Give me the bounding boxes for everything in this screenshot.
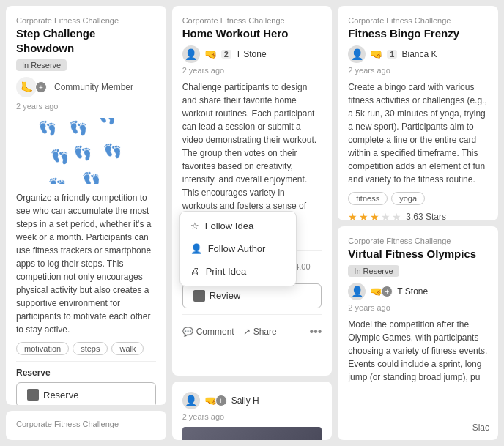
star-3: ★ xyxy=(370,211,379,220)
card-category: Corporate Fitness Challenge xyxy=(348,16,488,25)
tags: motivation steps walk xyxy=(16,342,156,355)
follow-author-label: Follow Author xyxy=(208,243,266,254)
footprints-image: 👣 👣 👣 👣 👣 👣 👣 👣 xyxy=(16,118,156,184)
card-virtual-fitness-olympics: Corporate Fitness Challenge Virtual Fitn… xyxy=(338,226,498,441)
tags: fitness yoga xyxy=(348,192,488,205)
star-5: ★ xyxy=(392,211,401,220)
card-step-challenge: Corporate Fitness Challenge Step Challen… xyxy=(6,6,166,405)
card-title: Step Challenge Showdown xyxy=(16,26,156,55)
avatar: 🦶 xyxy=(16,77,37,97)
reserve-section-label: Reserve xyxy=(16,368,156,378)
person-icon: 👤 xyxy=(190,243,202,254)
truncation-indicator: Slac xyxy=(470,421,492,434)
status-badge: In Reserve xyxy=(348,265,399,277)
user-row: 👤 🤜 2 T Stone xyxy=(182,45,322,63)
review-icon xyxy=(193,290,205,302)
star-1: ★ xyxy=(348,211,357,220)
card-description: Organize a friendly competition to see w… xyxy=(16,191,156,336)
user-name: T Stone xyxy=(236,49,267,59)
plus-icon: + xyxy=(381,286,393,297)
dropdown-print-idea[interactable]: 🖨 Print Idea xyxy=(180,260,296,283)
share-button[interactable]: ↗ Share xyxy=(243,327,277,337)
reserve-label: Reserve xyxy=(43,390,78,401)
user-row: 👤 🤜 + T Stone xyxy=(348,283,488,300)
bottom-actions: 💬 Comment ↗ Share ••• xyxy=(182,321,322,338)
community-label: Community Member xyxy=(54,82,133,92)
avatar: 👤 xyxy=(348,283,366,300)
divider xyxy=(16,361,156,362)
reserve-button[interactable]: Reserve xyxy=(16,382,156,405)
card-description: Create a bingo card with various fitness… xyxy=(348,81,488,186)
star-count: 3.63 Stars xyxy=(406,212,446,220)
more-button[interactable]: ••• xyxy=(310,325,322,338)
timestamp-preview: 2 years ago xyxy=(182,412,322,421)
share-label: Share xyxy=(253,327,277,337)
card-description: Challenge participants to design and sha… xyxy=(182,81,322,226)
print-idea-label: Print Idea xyxy=(206,266,247,277)
column-2: Corporate Fitness Challenge Home Workout… xyxy=(172,6,333,440)
tag-walk[interactable]: walk xyxy=(111,342,144,355)
card-truncated-col1: Corporate Fitness Challenge xyxy=(6,411,166,440)
timestamp: 2 years ago xyxy=(16,102,156,111)
card-home-workout: Corporate Fitness Challenge Home Workout… xyxy=(172,6,333,376)
card-description: Model the competition after the Olympic … xyxy=(348,318,488,384)
dropdown-menu: ☆ Follow Idea 👤 Follow Author 🖨 Print Id… xyxy=(179,211,297,286)
card-preview-col2: 👤 🤜 + Sally H 2 years ago 🏃‍♂️🏃‍♀️🏋️ xyxy=(172,382,333,440)
card-category: Corporate Fitness Challenge xyxy=(182,16,322,25)
review-label: Review xyxy=(210,290,241,301)
star-rating: ★ ★ ★ ★ ★ 3.63 Stars xyxy=(348,211,488,220)
card-title: Fitness Bingo Frenzy xyxy=(348,26,488,41)
plus-icon: + xyxy=(35,81,47,93)
card-category: Corporate Fitness Challenge xyxy=(16,16,156,25)
card-title: Home Workout Hero xyxy=(182,26,322,41)
tag-yoga[interactable]: yoga xyxy=(391,192,425,205)
timestamp: 2 years ago xyxy=(348,66,488,75)
plus-icon: + xyxy=(215,395,227,406)
column-1: Corporate Fitness Challenge Step Challen… xyxy=(6,6,166,440)
user-count: 2 xyxy=(221,50,231,59)
community-row: 🦶 + Community Member xyxy=(16,77,156,97)
printer-icon: 🖨 xyxy=(190,266,200,277)
truncated-category: Corporate Fitness Challenge xyxy=(16,420,156,428)
card-title: Virtual Fitness Olympics xyxy=(348,247,488,261)
review-button[interactable]: Review xyxy=(182,283,322,308)
user-name-preview: Sally H xyxy=(231,395,259,406)
dropdown-follow-idea[interactable]: ☆ Follow Idea xyxy=(180,215,296,237)
tag-fitness[interactable]: fitness xyxy=(348,192,388,205)
image-placeholder: 🏃‍♂️🏃‍♀️🏋️ xyxy=(182,427,322,440)
star-2: ★ xyxy=(359,211,368,220)
tag-motivation[interactable]: motivation xyxy=(16,342,69,355)
user-row-preview: 👤 🤜 + Sally H xyxy=(182,392,322,409)
star-icon: ☆ xyxy=(190,220,199,231)
user-name: T Stone xyxy=(397,286,428,297)
timestamp: 2 years ago xyxy=(182,66,322,75)
divider-2 xyxy=(182,314,322,315)
avatar: 👤 xyxy=(182,45,200,63)
share-icon: ↗ xyxy=(243,327,251,337)
user-count: 1 xyxy=(387,50,397,59)
comment-button[interactable]: 💬 Comment xyxy=(182,327,234,337)
avatar-preview: 👤 xyxy=(182,392,200,409)
status-badge: In Reserve xyxy=(16,59,67,71)
reserve-icon xyxy=(27,389,39,401)
tag-steps[interactable]: steps xyxy=(73,342,108,355)
column-3: Corporate Fitness Challenge Fitness Bing… xyxy=(338,6,498,440)
star-4: ★ xyxy=(381,211,390,220)
card-category: Corporate Fitness Challenge xyxy=(348,237,488,245)
comment-icon: 💬 xyxy=(182,327,193,337)
user-name: Bianca K xyxy=(401,49,437,59)
avatar: 👤 xyxy=(348,45,366,63)
comment-label: Comment xyxy=(196,327,234,337)
follow-idea-label: Follow Idea xyxy=(205,220,253,231)
dropdown-follow-author[interactable]: 👤 Follow Author xyxy=(180,237,296,260)
card-fitness-bingo: Corporate Fitness Challenge Fitness Bing… xyxy=(338,6,498,220)
timestamp: 2 years ago xyxy=(348,303,488,312)
user-row: 👤 🤜 1 Bianca K xyxy=(348,45,488,63)
